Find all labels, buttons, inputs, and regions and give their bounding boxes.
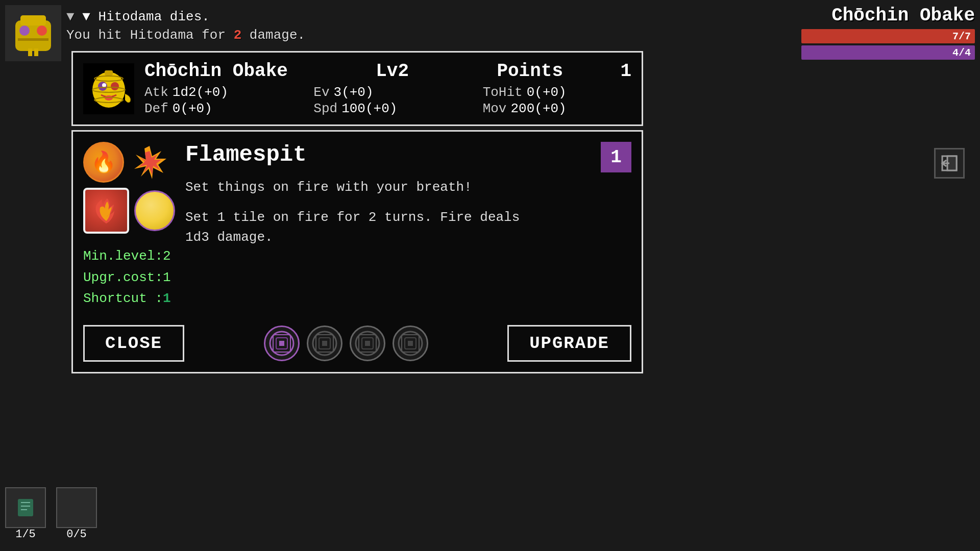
bottom-bar: CLOSE — [83, 320, 631, 362]
svg-point-4 — [37, 26, 47, 36]
fire-selected-svg — [91, 195, 121, 226]
door-exit-icon — [940, 154, 959, 172]
svg-rect-7 — [34, 48, 38, 56]
mov-stat: Mov 200(+0) — [483, 101, 631, 116]
stats-body: Atk 1d2(+0) Ev 3(+0) ToHit 0(+0) Def 0(+… — [144, 85, 631, 116]
atk-label: Atk — [144, 85, 168, 100]
ability-panel: 🔥 — [71, 130, 643, 373]
shortcut-row: Shortcut :1 — [83, 288, 171, 310]
svg-rect-38 — [408, 341, 413, 346]
atk-value: 1d2(+0) — [173, 85, 228, 100]
item-1-icon[interactable] — [5, 487, 46, 528]
ability-long-desc: Set 1 tile on fire for 2 turns. Fire dea… — [185, 208, 631, 247]
ability-icon-row-bottom — [83, 188, 175, 234]
mana-bar: 4/4 — [801, 45, 975, 60]
min-level-row: Min.level:2 — [83, 246, 171, 267]
ability-short-desc: Set things on fire with your breath! — [185, 178, 631, 197]
shortcut-label: Shortcut : — [83, 291, 163, 306]
ev-label: Ev — [313, 85, 329, 100]
svg-rect-26 — [279, 341, 284, 346]
min-level-label: Min.level: — [83, 248, 163, 264]
log-line-1: ▼ ▼ Hitodama dies. — [66, 8, 776, 26]
fire-spark-svg — [132, 143, 167, 182]
skill-slots — [264, 325, 428, 361]
log-line-1-text: ▼ Hitodama dies. — [82, 9, 210, 24]
atk-stat: Atk 1d2(+0) — [144, 85, 293, 100]
svg-rect-44 — [64, 495, 89, 520]
svg-point-3 — [19, 26, 30, 36]
svg-point-15 — [111, 82, 119, 90]
stats-char-name: Chōchin Obake — [144, 61, 288, 82]
def-value: 0(+0) — [173, 101, 212, 116]
ability-icon-row-top: 🔥 — [83, 142, 170, 183]
skill-slot-2[interactable] — [307, 325, 342, 361]
ability-meta: Min.level:2 Upgr.cost:1 Shortcut :1 — [83, 246, 171, 310]
upgr-cost-label: Upgr.cost: — [83, 270, 163, 285]
inventory-item-1[interactable]: 1/5 — [5, 487, 46, 541]
stats-header: Chōchin Obake Lv2 Points 1 — [144, 61, 631, 82]
ability-long-desc-line1: Set 1 tile on fire for 2 turns. Fire dea… — [185, 210, 520, 225]
exit-icon[interactable] — [934, 148, 965, 179]
char-portrait — [83, 63, 134, 114]
def-stat: Def 0(+0) — [144, 101, 293, 116]
stats-points-label: Points — [497, 61, 563, 82]
stats-panel: Chōchin Obake Lv2 Points 1 Atk 1d2(+0) E… — [71, 51, 643, 126]
upgrade-button[interactable]: UPGRADE — [507, 325, 631, 362]
svg-rect-30 — [322, 341, 327, 346]
ability-icons-left: 🔥 — [83, 142, 175, 310]
stats-level: Lv2 — [376, 61, 409, 82]
stats-info: Chōchin Obake Lv2 Points 1 Atk 1d2(+0) E… — [144, 61, 631, 116]
fire-orb-icon[interactable]: 🔥 — [83, 142, 124, 183]
svg-rect-6 — [28, 48, 32, 56]
svg-rect-5 — [18, 38, 48, 41]
hp-label: 7/7 — [952, 31, 971, 42]
min-level-value: 2 — [163, 248, 171, 264]
fire-spark-icon[interactable] — [129, 142, 170, 183]
tohit-value: 0(+0) — [527, 85, 567, 100]
skill-slot-3[interactable] — [350, 325, 385, 361]
tohit-label: ToHit — [483, 85, 523, 100]
health-bar: 7/7 — [801, 29, 975, 43]
log-area: ▼ ▼ Hitodama dies. You hit Hitodama for … — [66, 8, 776, 45]
log-damage: 2 — [234, 28, 242, 43]
svg-point-16 — [102, 83, 106, 87]
inventory-item-2[interactable]: 0/5 — [56, 487, 97, 541]
svg-rect-13 — [105, 70, 113, 76]
ev-value: 3(+0) — [334, 85, 374, 100]
upgr-cost-row: Upgr.cost:1 — [83, 267, 171, 289]
yellow-orb-icon[interactable] — [134, 190, 175, 231]
top-right-hud: Chōchin Obake 7/7 4/4 — [801, 5, 975, 62]
item-1-svg — [13, 495, 38, 520]
log-suffix: damage. — [241, 28, 305, 43]
item-2-icon[interactable] — [56, 487, 97, 528]
skill-slot-1-icon — [269, 331, 295, 356]
skill-slot-4[interactable] — [393, 325, 428, 361]
def-label: Def — [144, 101, 168, 116]
log-prefix: You hit Hitodama for — [66, 28, 234, 43]
close-button[interactable]: CLOSE — [83, 325, 184, 362]
item-2-count: 0/5 — [56, 528, 97, 541]
spd-stat: Spd 100(+0) — [313, 101, 462, 116]
mp-label: 4/4 — [952, 47, 971, 59]
upgr-cost-value: 1 — [163, 270, 171, 285]
tohit-stat: ToHit 0(+0) — [483, 85, 631, 100]
mov-label: Mov — [483, 101, 507, 116]
item-1-count: 1/5 — [5, 528, 46, 541]
skill-slot-1[interactable] — [264, 325, 300, 361]
player-icon — [5, 5, 61, 61]
hp-bar-container: 7/7 — [801, 29, 975, 43]
fire-selected-icon[interactable] — [83, 188, 129, 234]
ability-top: 🔥 — [83, 142, 631, 310]
mp-bar-container: 4/4 — [801, 45, 975, 60]
mov-value: 200(+0) — [510, 101, 566, 116]
ability-name: Flamespit — [185, 142, 307, 167]
skill-slot-4-icon — [398, 331, 423, 356]
main-panel: Chōchin Obake Lv2 Points 1 Atk 1d2(+0) E… — [71, 51, 643, 373]
shortcut-value: 1 — [163, 291, 171, 306]
ability-level-badge: 1 — [601, 142, 631, 172]
log-arrow: ▼ — [66, 9, 82, 24]
spd-label: Spd — [313, 101, 337, 116]
spd-value: 100(+0) — [341, 101, 397, 116]
ability-long-desc-line2: 1d3 damage. — [185, 230, 273, 245]
bottom-left-inventory: 1/5 0/5 — [5, 487, 97, 541]
